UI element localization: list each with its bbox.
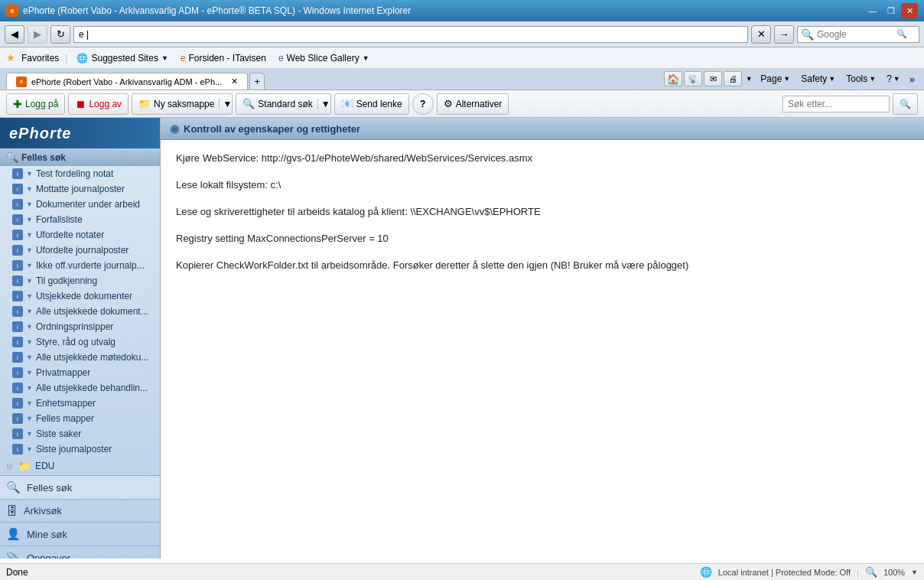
arrow-icon-18: ▼	[26, 445, 33, 453]
sidebar-item-forfallsliste[interactable]: i ▼ Forfallsliste	[0, 212, 160, 227]
logg-pa-button[interactable]: ✚ Logg på	[6, 93, 65, 115]
sidebar-item-siste-journalposter[interactable]: i ▼ Siste journalposter	[0, 442, 160, 457]
browser-tab[interactable]: e ePhorte (Robert Vabo - Arkivansvarlig …	[6, 73, 248, 90]
address-input[interactable]	[73, 26, 748, 43]
alternativer-button[interactable]: ⚙ Alternativer	[437, 93, 509, 115]
arrow-icon-7: ▼	[26, 277, 33, 285]
content-header-icon: ◉	[170, 122, 179, 135]
sidebar-item-ufordelte-journalposter[interactable]: i ▼ Ufordelte journalposter	[0, 243, 160, 258]
app-search-button[interactable]: 🔍	[893, 93, 918, 115]
sidebar-item-alle-utsjekkede[interactable]: i ▼ Alle utsjekkede dokument...	[0, 304, 160, 319]
ny-saksmappe-button[interactable]: 📁 Ny saksmappe ▼	[132, 93, 233, 115]
item-icon-1: i	[12, 184, 23, 194]
forward-button[interactable]: ▶	[28, 25, 47, 44]
sidebar-item-edu[interactable]: ⊞ 📁 EDU	[0, 457, 160, 475]
send-lenke-button[interactable]: 📧 Send lenke	[334, 93, 409, 115]
sidebar-item-ikke-off[interactable]: i ▼ Ikke off.vurderte journalp...	[0, 258, 160, 273]
sidebar-nav-mine-sok[interactable]: 👤 Mine søk	[0, 522, 160, 546]
favorites-item-webslice[interactable]: e Web Slice Gallery ▼	[275, 51, 373, 65]
tools-arrow-icon: ▼	[869, 75, 876, 83]
sidebar-item-dokumenter[interactable]: i ▼ Dokumenter under arbeid	[0, 197, 160, 212]
help-menu[interactable]: ? ▼	[882, 72, 905, 86]
safety-menu[interactable]: Safety ▼	[796, 72, 840, 86]
item-icon-11: i	[12, 337, 23, 347]
item-icon-17: i	[12, 428, 23, 439]
page-menu[interactable]: Page ▼	[756, 72, 795, 86]
favorites-star-icon: ★	[6, 52, 15, 64]
app-icon: e	[6, 5, 18, 17]
chevron-down-icon: ▼	[161, 54, 168, 62]
mine-sok-icon: 👤	[6, 527, 21, 541]
refresh-button[interactable]: ↻	[50, 25, 70, 44]
read-mail-button[interactable]: ✉	[704, 71, 722, 86]
arrow-icon-6: ▼	[26, 262, 33, 269]
sidebar-item-ordningsprinsipper[interactable]: i ▼ Ordningsprinsipper	[0, 319, 160, 334]
page-arrow-icon: ▼	[783, 75, 790, 83]
close-button[interactable]: ✕	[901, 3, 918, 18]
webslice-icon: e	[278, 53, 284, 64]
go-button[interactable]: →	[774, 25, 794, 44]
favorites-item-forsiden[interactable]: e Forsiden - ITavisen	[177, 51, 269, 65]
sidebar-item-alle-moetedoku[interactable]: i ▼ Alle utsjekkede møtedoku...	[0, 350, 160, 365]
sidebar-item-enhetsmapper[interactable]: i ▼ Enhetsmapper	[0, 396, 160, 411]
arrow-icon-11: ▼	[26, 338, 33, 346]
item-icon-13: i	[12, 367, 23, 378]
arrow-icon-15: ▼	[26, 399, 33, 407]
customize-button[interactable]: »	[906, 73, 918, 85]
arrow-icon-16: ▼	[26, 415, 33, 422]
stop-button[interactable]: ✕	[751, 25, 771, 44]
standard-arrow-icon[interactable]: ▼	[317, 99, 330, 109]
favorites-item-suggested[interactable]: 🌐 Suggested Sites ▼	[73, 51, 171, 65]
search-provider-icon: 🔍	[801, 28, 814, 41]
logo-text: ePhorte	[9, 125, 71, 142]
sidebar-item-mottatte[interactable]: i ▼ Mottatte journalposter	[0, 181, 160, 197]
search-submit-icon[interactable]: 🔍	[896, 29, 907, 39]
print-arrow-icon[interactable]: ▼	[743, 71, 754, 86]
zoom-arrow-icon[interactable]: ▼	[911, 569, 918, 576]
item-icon-2: i	[12, 199, 23, 210]
webslice-arrow-icon: ▼	[363, 54, 369, 62]
tools-menu[interactable]: Tools ▼	[841, 72, 880, 86]
status-bar: Done 🌐 Local intranet | Protected Mode: …	[0, 563, 924, 580]
sidebar-item-til-godkjenning[interactable]: i ▼ Til godkjenning	[0, 273, 160, 288]
app-help-button[interactable]: ?	[412, 93, 434, 115]
sidebar-item-siste-saker[interactable]: i ▼ Siste saker	[0, 426, 160, 442]
favorites-label[interactable]: Favorites	[21, 53, 59, 64]
item-icon-10: i	[12, 321, 23, 332]
logg-av-button[interactable]: ⏹ Logg av	[68, 93, 129, 115]
sidebar-nav-felles-sok[interactable]: 🔍 Felles søk	[0, 475, 160, 499]
tab-close-icon[interactable]: ✕	[231, 77, 238, 86]
restore-button[interactable]: ❐	[883, 3, 900, 18]
home-button[interactable]: 🏠	[664, 71, 682, 86]
item-icon-4: i	[12, 230, 23, 240]
sidebar-nav-arkivsok[interactable]: 🗄 Arkivsøk	[0, 499, 160, 522]
item-icon-3: i	[12, 214, 23, 225]
minimize-button[interactable]: —	[864, 3, 881, 18]
standard-sok-button[interactable]: 🔍 Standard søk ▼	[236, 93, 330, 115]
new-tab-button[interactable]: +	[249, 73, 265, 90]
content-body: Kjøre WebService: http://gvs-01/ePhoteWe…	[161, 140, 924, 298]
sidebar-nav-oppgaver[interactable]: 📎 Oppgaver	[0, 546, 160, 559]
item-icon-8: i	[12, 291, 23, 301]
ny-arrow-icon[interactable]: ▼	[219, 99, 232, 109]
content-area: ◉ Kontroll av egenskaper og rettigheter …	[161, 118, 924, 559]
sidebar-item-privatmapper[interactable]: i ▼ Privatmapper	[0, 365, 160, 380]
sidebar-item-ufordelte-notater[interactable]: i ▼ Ufordelte notater	[0, 227, 160, 243]
sidebar-item-styre[interactable]: i ▼ Styre, råd og utvalg	[0, 334, 160, 350]
content-header: ◉ Kontroll av egenskaper og rettigheter	[161, 118, 924, 140]
send-icon: 📧	[341, 98, 353, 109]
main-area: ePhorte 🔍 Felles søk i ▼ Test fordeling …	[0, 118, 924, 559]
sidebar-item-utsjekkede[interactable]: i ▼ Utsjekkede dokumenter	[0, 288, 160, 304]
feeds-button[interactable]: 📡	[684, 71, 702, 86]
back-button[interactable]: ◀	[5, 25, 24, 44]
print-button[interactable]: 🖨	[724, 71, 742, 86]
sidebar-item-test-fordeling[interactable]: i ▼ Test fordeling notat	[0, 166, 160, 181]
edu-expand-icon[interactable]: ⊞	[6, 461, 13, 471]
search-input[interactable]	[817, 29, 893, 40]
sidebar-item-alle-behandlinger[interactable]: i ▼ Alle utsjekkede behandlin...	[0, 380, 160, 396]
sidebar-item-felles-mapper[interactable]: i ▼ Felles mapper	[0, 411, 160, 426]
item-icon-7: i	[12, 275, 23, 286]
arrow-icon-0: ▼	[26, 170, 33, 178]
app-search-input[interactable]	[782, 96, 890, 112]
sidebar-section-header[interactable]: 🔍 Felles søk	[0, 148, 160, 166]
